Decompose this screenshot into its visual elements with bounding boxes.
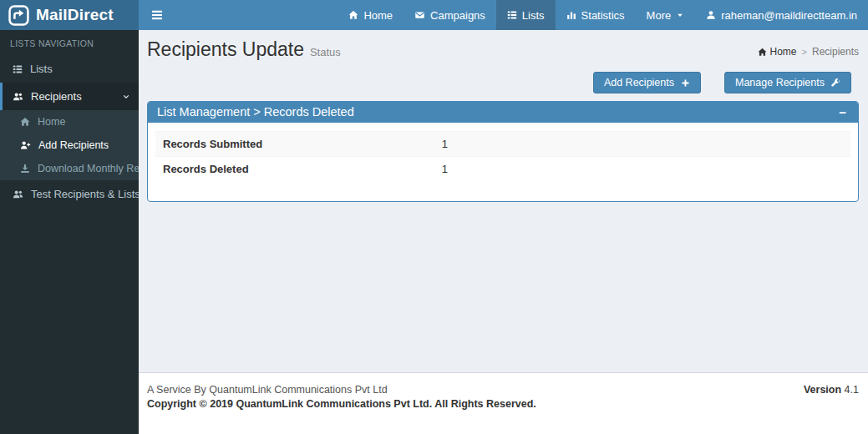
row-value: 1 [442,138,448,150]
footer-service-line: A Service By QuantumLink Communications … [147,384,536,396]
nav-item-home[interactable]: Home [338,0,404,30]
main-column: Recipients UpdateStatus Home > Recipient… [139,30,868,434]
sidebar-item-lists[interactable]: Lists [0,55,139,83]
envelope-icon [414,10,425,20]
plus-icon [681,78,690,88]
nav-item-lists[interactable]: Lists [496,0,556,30]
content-area: Recipients UpdateStatus Home > Recipient… [139,30,868,372]
sidebar-toggle-button[interactable] [139,0,175,30]
content-header: Recipients UpdateStatus Home > Recipient… [147,38,859,61]
top-navbar: MailDirect Home [0,0,868,30]
sidebar: LISTS NAVIGATION Lists Recipients [0,30,139,434]
page-title-text: Recipients Update [147,38,304,60]
nav-label: Lists [522,9,545,22]
collapse-minus-icon[interactable]: − [836,106,849,119]
download-icon [20,164,30,174]
sidebar-subitem-add-recipients[interactable]: Add Recipients [0,134,139,157]
table-row: Records Submitted 1 [155,131,850,156]
breadcrumb-home-link[interactable]: Home [758,46,797,58]
manage-recipients-button[interactable]: Manage Recipients [724,72,851,93]
brand-logo[interactable]: MailDirect [0,0,139,30]
breadcrumb: Home > Recipients [758,46,859,58]
brand-name: MailDirect [36,6,114,24]
nav-label: Statistics [581,9,625,22]
user-plus-icon [20,140,31,150]
bar-chart-icon [566,10,576,20]
sidebar-item-label: Home [38,116,65,128]
breadcrumb-current: Recipients [812,46,859,58]
status-panel-header: List Management > Records Deleted − [148,102,858,123]
row-label: Records Submitted [163,138,442,150]
page-subtitle: Status [310,46,341,58]
nav-item-campaigns[interactable]: Campaigns [404,0,496,30]
navbar-right: Home Campaigns Lists [139,0,868,30]
version-value: 4.1 [845,384,859,396]
maildirect-logo-icon [8,5,29,26]
hamburger-icon [151,10,163,20]
nav-label: More [647,9,672,22]
sidebar-submenu-recipients: Home Add Recipients Download Monthly Rec… [0,110,139,180]
nav-item-statistics[interactable]: Statistics [556,0,636,30]
chevron-down-icon [122,93,130,101]
version-label: Version [804,384,841,396]
sidebar-subitem-home[interactable]: Home [0,110,139,134]
navbar-spacer [175,0,338,30]
list-icon [507,10,517,20]
sidebar-item-label: Add Recipients [38,139,109,151]
sidebar-item-label: Download Monthly Recipients [38,163,139,174]
nav-label: Campaigns [430,9,485,22]
sidebar-item-label: Recipients [31,90,82,103]
row-label: Records Deleted [163,163,442,175]
breadcrumb-separator: > [802,47,807,57]
status-panel: List Management > Records Deleted − Reco… [147,101,859,202]
home-icon [758,48,767,57]
status-panel-body: Records Submitted 1 Records Deleted 1 [148,123,858,201]
add-recipients-button[interactable]: Add Recipients [593,72,701,93]
footer-version: Version 4.1 [804,384,859,396]
wrench-icon [831,78,840,88]
list-icon [13,64,23,74]
page-title: Recipients UpdateStatus [147,38,341,61]
users-icon [13,189,23,199]
user-icon [706,10,716,20]
sidebar-item-label: Lists [30,63,53,75]
footer-copyright-line: Copyright © 2019 QuantumLink Communicati… [147,398,536,410]
action-buttons: Add Recipients Manage Recipients [147,72,851,93]
table-row: Records Deleted 1 [155,156,850,181]
user-email: raheman@maildirectteam.in [721,9,857,22]
home-icon [348,10,358,20]
footer-left: A Service By QuantumLink Communications … [147,384,536,410]
users-icon [13,92,23,102]
sidebar-section-header: LISTS NAVIGATION [0,30,139,55]
nav-item-user-account[interactable]: raheman@maildirectteam.in [695,0,868,30]
nav-item-more[interactable]: More [636,0,696,30]
sidebar-item-test-recipients-lists[interactable]: Test Recipients & Lists [0,180,139,208]
sidebar-subitem-download-monthly-recipients[interactable]: Download Monthly Recipients [0,157,139,180]
home-icon [20,117,30,127]
nav-label: Home [363,9,393,22]
sidebar-item-label: Test Recipients & Lists [31,188,139,200]
row-value: 1 [442,163,448,175]
sidebar-item-recipients[interactable]: Recipients [0,83,139,110]
caret-down-icon [676,11,684,19]
page-footer: A Service By QuantumLink Communications … [139,372,868,434]
status-panel-title: List Management > Records Deleted [157,105,354,119]
